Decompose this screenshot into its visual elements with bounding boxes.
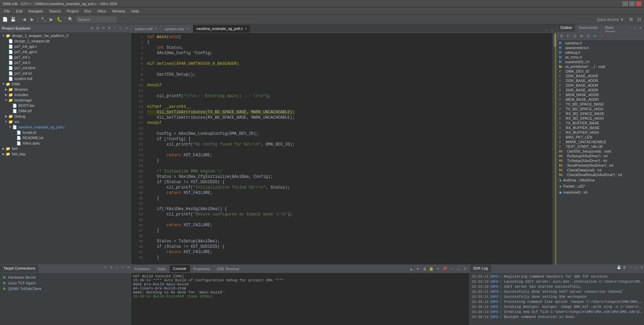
menu-navigate[interactable]: Navigate	[26, 8, 46, 14]
outline-ddr-base-3[interactable]: # DDR_BASE_ADDR	[557, 83, 644, 88]
tab-close-icon[interactable]: ✕	[245, 27, 247, 31]
console-up-icon[interactable]: ▲	[408, 266, 414, 272]
outline-packet-var[interactable]: ● Packet : u32*	[557, 183, 644, 189]
hide-static-fields-icon[interactable]: S	[572, 33, 578, 39]
tab-problems[interactable]: Problems	[131, 266, 153, 272]
tree-item-src[interactable]: ▼ 📁 src	[0, 119, 131, 124]
maximize-button[interactable]: □	[629, 1, 635, 6]
tree-item-fsbl-bsp[interactable]: ▶ 📁 fsbl_bsp	[0, 151, 131, 157]
hide-methods-icon[interactable]: M	[578, 33, 585, 39]
outline-close-icon[interactable]: ✕	[638, 26, 643, 31]
outline-main-fn[interactable]: ● main(void) : int	[557, 189, 644, 195]
tree-item-xaxidma-sg-poll[interactable]: ▼ 📄 xaxidma_example_sg_poll.c	[0, 124, 131, 130]
outline-max-pkt-len[interactable]: # MAX_PKT_LEN	[557, 135, 644, 139]
outline-mem-base-2[interactable]: # MEM_BASE_ADDR	[557, 97, 644, 102]
tree-item-ps7-init-tcl[interactable]: 📄 ps7_init.tcl	[0, 71, 131, 76]
sync-icon[interactable]: ↻	[101, 26, 106, 31]
toolbar-run[interactable]: ▶	[48, 16, 55, 23]
editor-vscrollbar[interactable]	[553, 33, 557, 265]
tab-documents[interactable]: Documents	[576, 24, 602, 32]
console-close-icon[interactable]: ✕	[462, 266, 468, 272]
close-button[interactable]: ✕	[636, 1, 641, 6]
tree-item-binaries[interactable]: ▶ 📁 Binaries	[0, 87, 131, 92]
tree-item-ps7-init-gpl-h[interactable]: 📄 ps7_init_gpl.h	[0, 49, 131, 54]
menu-project[interactable]: Project	[64, 8, 81, 14]
tc-maximize-icon[interactable]: □	[120, 265, 125, 270]
console-lock-icon[interactable]: 🔒	[428, 266, 434, 272]
outline-check-dma[interactable]: $S CheckDmaResult(XAxiDma*) : int	[557, 172, 644, 177]
toolbar-search[interactable]: 🔍	[67, 16, 74, 23]
outline-axidma-var[interactable]: ● AxiDma : XAxiDma	[557, 177, 644, 183]
tree-item-ps7-init-h[interactable]: 📄 ps7_init.h	[0, 60, 131, 65]
tree-item-fsbl[interactable]: ▶ 📁 fsbl	[0, 146, 131, 151]
outline-rx-bd-base[interactable]: # RX_BD_SPACE_BASE	[557, 111, 644, 116]
tree-item-lscript[interactable]: 📄 lscript.ld	[0, 130, 131, 135]
toolbar-forward[interactable]: ▶	[29, 16, 36, 23]
minimize-panel-icon[interactable]: ─	[113, 26, 117, 31]
outline-check-data[interactable]: $S CheckData(void) : int	[557, 168, 644, 172]
close-panel-icon[interactable]: ✕	[124, 26, 129, 31]
outline-maximize-icon[interactable]: □	[633, 26, 637, 31]
tab-sdk-terminal[interactable]: SDK Terminal	[213, 266, 243, 272]
console-clear-icon[interactable]: 🗑	[422, 266, 428, 272]
outline-tx-buf-base[interactable]: # TX_BUFFER_BASE	[557, 121, 644, 125]
sdklog-save-icon[interactable]: 💾	[616, 265, 621, 270]
outline-rx-buf-base[interactable]: # RX_BUFFER_BASE	[557, 125, 644, 130]
tab-system-hdf[interactable]: system.hdf ✕	[131, 25, 161, 33]
collapse-all-icon[interactable]: ⊟	[90, 26, 94, 31]
tree-item-system-hdf[interactable]: 📄 system.hdf	[0, 76, 131, 81]
tree-item-boot-bin[interactable]: 📄 BOOT.bin	[0, 103, 131, 108]
tree-item-bootimage[interactable]: ▼ 📁 bootimage	[0, 97, 131, 103]
outline-ddr-base-4[interactable]: # DDR_BASE_ADDR	[557, 88, 644, 92]
editor-minimize-icon[interactable]: ─	[544, 28, 549, 33]
tab-close-icon[interactable]: ✕	[155, 27, 157, 31]
sort-icon[interactable]: ⇅	[558, 33, 564, 39]
menu-edit[interactable]: Edit	[13, 8, 25, 14]
outline-rx-bd-high[interactable]: # RX_BD_SPACE_HIGH	[557, 116, 644, 121]
tree-item-dma-project[interactable]: ▼ 📁 DMA	[0, 81, 131, 87]
search-input-label[interactable]: Search	[78, 17, 90, 22]
code-editor[interactable]: 12345 678910 1112131415 1617181920 21222…	[131, 33, 557, 265]
outline-test-start-val[interactable]: # TEST_START_VALUE	[557, 144, 644, 149]
toolbar-save[interactable]: 💾	[9, 16, 17, 23]
tab-system-mss[interactable]: system.mss ✕	[161, 25, 192, 33]
tab-make-target[interactable]: Make Target	[602, 24, 628, 32]
outline-xil-mmu-h[interactable]: H xil_mmu.h	[557, 55, 644, 59]
toolbar-new[interactable]: 📄	[1, 16, 9, 23]
conn-qemu[interactable]: ▶ QEMU TcfGdbClient	[2, 286, 129, 291]
tree-item-ps7-init-gpl-c[interactable]: 📄 ps7_init_gpl.c	[0, 44, 131, 49]
console-minimize-icon[interactable]: ─	[448, 266, 455, 272]
tree-item-xilinx-spec[interactable]: 📄 Xilinx.spec	[0, 140, 131, 146]
console-pin-icon[interactable]: 📌	[442, 266, 448, 272]
outline-tx-bd-high[interactable]: # TX_BD_SPACE_HIGH	[557, 107, 644, 111]
outline-mark-uncacheable[interactable]: # MARK_UNCACHEABLE	[557, 139, 644, 144]
tab-console[interactable]: Console	[170, 265, 190, 272]
outline-uart-setup[interactable]: $S Uart550_Setup(void) : void	[557, 149, 644, 154]
tab-target-connections[interactable]: Target Connections	[0, 265, 39, 273]
outline-xil-printf[interactable]: fn xil_printf(char*, ...) : void	[557, 64, 644, 69]
tc-minimize-icon[interactable]: ─	[115, 265, 119, 270]
tree-item-readme[interactable]: 📄 README.txt	[0, 135, 131, 140]
tree-item-dma-bif[interactable]: 📄 DMA.bif	[0, 108, 131, 114]
outline-ddr-base-1[interactable]: # DDR_BASE_ADDR	[557, 74, 644, 78]
menu-xilinx[interactable]: Xilinx	[94, 8, 109, 14]
sdklog-close-icon[interactable]: ✕	[639, 265, 644, 270]
toolbar-build[interactable]: 🔨	[40, 16, 47, 23]
outline-send-packet[interactable]: $S SendPacket(XAxiDma*) : int	[557, 163, 644, 168]
toolbar-perspectives[interactable]: ⊞	[627, 16, 635, 23]
sdklog-minimize-icon[interactable]: ─	[628, 265, 633, 270]
outline-rx-buf-high[interactable]: # RX_BUFFER_HIGH	[557, 130, 644, 135]
outline-xparameters-h[interactable]: H xparameters.h	[557, 45, 644, 50]
tree-item-ps7-init-html[interactable]: 📄 ps7_init.html	[0, 65, 131, 71]
tab-xaxidma-sg-poll[interactable]: xaxidma_example_sg_poll.c ✕	[192, 25, 251, 33]
outline-rx-setup[interactable]: $S RxSetup(XAxiDma*) : int	[557, 154, 644, 158]
tc-close-icon[interactable]: ✕	[126, 265, 131, 270]
toolbar-debug[interactable]: 🐛	[56, 16, 63, 23]
menu-run[interactable]: Run	[82, 8, 94, 14]
outline-mem-base-1[interactable]: # MEM_BASE_ADDR	[557, 92, 644, 97]
outline-xdebug-h[interactable]: H xdebug.h	[557, 50, 644, 55]
menu-search[interactable]: Search	[46, 8, 63, 14]
menu-window[interactable]: Window	[110, 8, 128, 14]
tree-item-design1-bit[interactable]: 📄 design_1_wrapper.bit	[0, 38, 131, 44]
editor-maximize-icon[interactable]: □	[550, 28, 555, 33]
